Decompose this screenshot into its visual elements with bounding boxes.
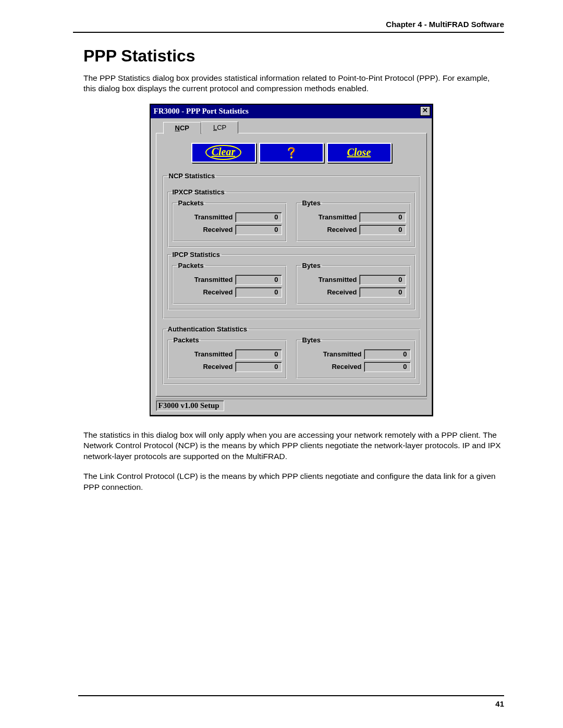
tab-ncp-accel: N [175, 124, 180, 132]
label-transmitted: Transmitted [172, 350, 233, 358]
ipcp-legend: IPCP Statistics [171, 251, 222, 258]
page-footer: 41 [78, 695, 504, 708]
auth-packets-legend: Packets [172, 336, 201, 344]
auth-packets-rx-value: 0 [235, 362, 282, 372]
ncp-statistics-legend: NCP Statistics [167, 172, 217, 180]
ipcp-bytes-tx-row: Transmitted 0 [301, 275, 406, 285]
label-received: Received [177, 288, 233, 296]
auth-packets-tx-row: Transmitted 0 [172, 349, 282, 360]
help-button[interactable] [259, 143, 324, 163]
ipxcp-statistics-group: IPXCP Statistics Packets Transmitted 0 [167, 188, 415, 248]
help-icon [285, 146, 298, 159]
ipxcp-packets-group: Packets Transmitted 0 Received 0 [172, 199, 287, 242]
tab-strip: NCP LCP [163, 121, 427, 133]
ipcp-bytes-rx-row: Received 0 [301, 287, 406, 298]
label-transmitted: Transmitted [301, 350, 362, 358]
after-paragraph-1: The statistics in this dialog box will o… [83, 430, 504, 462]
ipxcp-packets-tx-value: 0 [235, 212, 282, 223]
auth-packets-tx-value: 0 [235, 349, 282, 360]
ipcp-packets-tx-value: 0 [235, 275, 282, 285]
ipcp-bytes-legend: Bytes [301, 262, 322, 269]
auth-packets-group: Packets Transmitted 0 Received 0 [167, 336, 287, 379]
ipxcp-bytes-group: Bytes Transmitted 0 Received 0 [296, 199, 411, 242]
ipxcp-packets-tx-row: Transmitted 0 [177, 212, 282, 223]
auth-packets-rx-row: Received 0 [172, 362, 282, 372]
clear-button-label: Clear [212, 146, 236, 157]
label-received: Received [301, 226, 357, 233]
ipxcp-bytes-rx-value: 0 [359, 225, 406, 235]
tab-lcp-rest: CP [217, 124, 226, 131]
auth-bytes-rx-row: Received 0 [301, 362, 411, 372]
intro-paragraph: The PPP Statistics dialog box provides s… [83, 73, 504, 94]
dialog-title: FR3000 - PPP Port Statistics [154, 107, 249, 116]
page-number: 41 [495, 699, 504, 708]
dialog-figure: FR3000 - PPP Port Statistics ✕ NCP LCP [78, 104, 504, 416]
label-transmitted: Transmitted [301, 213, 357, 221]
ipcp-bytes-rx-value: 0 [359, 287, 406, 298]
tab-ncp[interactable]: NCP [163, 122, 201, 134]
window-close-button[interactable]: ✕ [420, 106, 431, 116]
ipcp-packets-rx-row: Received 0 [177, 287, 282, 298]
ipxcp-packets-rx-row: Received 0 [177, 225, 282, 235]
label-received: Received [301, 363, 362, 371]
tab-ncp-rest: CP [180, 124, 189, 132]
label-transmitted: Transmitted [177, 276, 233, 283]
ipcp-packets-tx-row: Transmitted 0 [177, 275, 282, 285]
close-button[interactable]: Close [327, 143, 391, 163]
chapter-header: Chapter 4 - MultiFRAD Software [73, 20, 504, 33]
after-paragraph-2: The Link Control Protocol (LCP) is the m… [83, 471, 504, 492]
ipcp-packets-group: Packets Transmitted 0 Received 0 [172, 262, 287, 304]
close-icon: ✕ [422, 106, 428, 114]
label-received: Received [177, 226, 233, 233]
auth-bytes-tx-row: Transmitted 0 [301, 349, 411, 360]
auth-statistics-group: Authentication Statistics Packets Transm… [163, 325, 420, 385]
auth-bytes-group: Bytes Transmitted 0 Received 0 [296, 336, 415, 379]
ipxcp-packets-legend: Packets [177, 199, 205, 207]
status-text: F3000 v1.00 Setup [156, 400, 224, 411]
ipxcp-bytes-rx-row: Received 0 [301, 225, 406, 235]
ipcp-bytes-tx-value: 0 [359, 275, 406, 285]
ppp-statistics-dialog: FR3000 - PPP Port Statistics ✕ NCP LCP [150, 104, 433, 416]
section-title: PPP Statistics [83, 46, 504, 66]
auth-bytes-legend: Bytes [301, 336, 322, 344]
ipxcp-bytes-legend: Bytes [301, 199, 322, 207]
label-transmitted: Transmitted [177, 213, 233, 221]
label-received: Received [172, 363, 233, 371]
tab-lcp[interactable]: LCP [201, 121, 238, 133]
label-transmitted: Transmitted [301, 276, 357, 283]
ipxcp-bytes-tx-value: 0 [359, 212, 406, 223]
ncp-statistics-group: NCP Statistics IPXCP Statistics Packets … [163, 172, 420, 319]
ipxcp-packets-rx-value: 0 [235, 225, 282, 235]
close-button-label: Close [347, 146, 371, 158]
button-row: Clear Close [163, 143, 420, 163]
ipcp-packets-legend: Packets [177, 262, 205, 269]
tab-pane-ncp: Clear Close [156, 133, 427, 397]
clear-button[interactable]: Clear [191, 143, 256, 163]
dialog-titlebar: FR3000 - PPP Port Statistics ✕ [151, 105, 432, 118]
ipcp-statistics-group: IPCP Statistics Packets Transmitted 0 [167, 251, 415, 310]
ipxcp-bytes-tx-row: Transmitted 0 [301, 212, 406, 223]
ipxcp-legend: IPXCP Statistics [171, 188, 226, 196]
svg-point-0 [290, 156, 292, 158]
label-received: Received [301, 288, 357, 296]
auth-legend: Authentication Statistics [166, 325, 249, 333]
ipcp-bytes-group: Bytes Transmitted 0 Received 0 [296, 262, 411, 304]
auth-bytes-tx-value: 0 [364, 349, 411, 360]
status-bar: F3000 v1.00 Setup [156, 399, 427, 411]
auth-bytes-rx-value: 0 [364, 362, 411, 372]
ipcp-packets-rx-value: 0 [235, 287, 282, 298]
